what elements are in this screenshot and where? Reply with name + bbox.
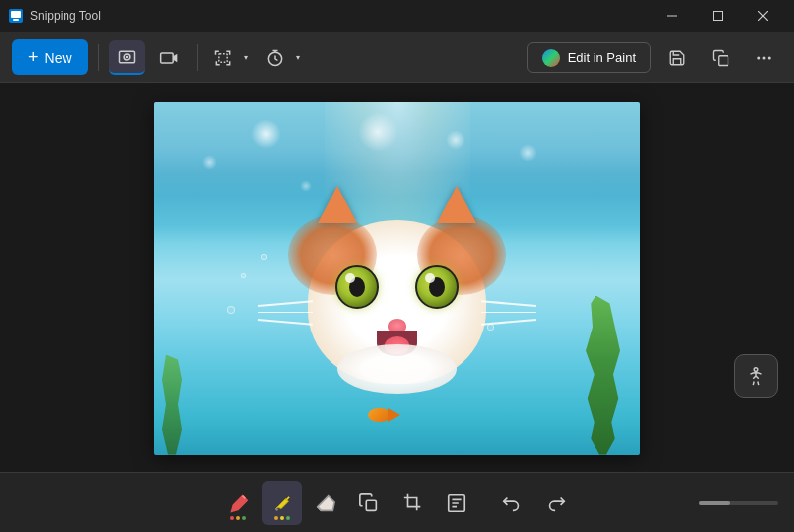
cat-face (308, 220, 486, 384)
paint-icon (542, 49, 560, 66)
toolbar-right: Edit in Paint (527, 40, 782, 75)
window-controls (649, 0, 786, 32)
timer-group[interactable]: ▾ (259, 40, 305, 75)
svg-rect-10 (160, 53, 173, 63)
bubble-1 (227, 306, 235, 314)
app-title: Snipping Tool (30, 9, 101, 23)
sparkle-5 (519, 144, 537, 162)
new-button[interactable]: + New (12, 39, 88, 75)
edit-in-paint-button[interactable]: Edit in Paint (527, 42, 651, 73)
eye-shine-right (425, 273, 435, 283)
maximize-button[interactable] (695, 0, 740, 32)
seaweed (586, 296, 620, 455)
pen-dots (230, 516, 246, 520)
svg-point-16 (768, 56, 771, 59)
cat-paw (337, 344, 457, 394)
plus-icon: + (28, 47, 39, 67)
fish-body (368, 408, 390, 422)
bottom-toolbar (0, 472, 794, 532)
toolbar-separator-1 (98, 44, 99, 71)
highlighter-button[interactable] (262, 481, 302, 525)
copy-button[interactable] (703, 40, 738, 75)
fish (368, 408, 398, 426)
cat-scene (154, 102, 640, 455)
edit-in-paint-label: Edit in Paint (568, 50, 636, 65)
cat-eye-right (415, 265, 459, 309)
svg-point-15 (763, 56, 766, 59)
timer-button[interactable] (259, 40, 291, 75)
screenshot-mode-button[interactable] (109, 40, 145, 75)
region-select-arrow[interactable]: ▾ (239, 40, 253, 75)
main-toolbar: + New ▾ (0, 32, 794, 83)
fish-tail (388, 408, 400, 422)
svg-rect-11 (218, 53, 226, 61)
title-bar: Snipping Tool (0, 0, 794, 32)
progress-bar (699, 501, 778, 505)
text-extract-button[interactable] (437, 481, 476, 525)
crop-button[interactable] (393, 481, 433, 525)
redo-button[interactable] (536, 481, 576, 525)
new-button-label: New (45, 50, 72, 66)
close-button[interactable] (740, 0, 786, 32)
svg-point-9 (125, 55, 128, 58)
whisker-l3 (258, 319, 313, 325)
sparkle-4 (202, 155, 217, 170)
cat-ear-left (318, 186, 357, 223)
bottom-toolbar-right (699, 501, 778, 505)
title-bar-left: Snipping Tool (8, 8, 101, 24)
pen-tool-button[interactable] (218, 481, 258, 525)
main-content (0, 83, 794, 472)
sparkle-6 (300, 180, 312, 192)
save-button[interactable] (659, 40, 695, 75)
video-mode-button[interactable] (151, 40, 187, 75)
svg-rect-18 (366, 500, 376, 510)
region-select-button[interactable] (207, 40, 239, 75)
eye-shine-left (345, 273, 355, 283)
toolbar-separator-2 (197, 44, 198, 71)
svg-point-17 (754, 368, 758, 372)
whisker-r1 (481, 300, 536, 306)
highlighter-dots (274, 516, 290, 520)
more-options-button[interactable] (746, 40, 782, 75)
svg-rect-2 (13, 19, 19, 21)
app-icon (8, 8, 24, 24)
svg-rect-3 (667, 16, 677, 17)
svg-rect-4 (714, 12, 723, 21)
region-select-group[interactable]: ▾ (207, 40, 253, 75)
eraser-button[interactable] (306, 481, 345, 525)
svg-point-14 (757, 56, 760, 59)
bubble-4 (487, 324, 494, 331)
sparkle-2 (446, 130, 465, 150)
whisker-l2 (258, 312, 313, 314)
screenshot-image (154, 102, 640, 455)
cat-ear-right (437, 186, 476, 223)
svg-rect-1 (11, 11, 21, 18)
cat-eye-left (335, 265, 379, 309)
sparkle-3 (358, 112, 398, 152)
copy-region-button[interactable] (349, 481, 389, 525)
whisker-r2 (481, 312, 536, 314)
accessibility-button[interactable] (734, 354, 778, 398)
svg-rect-13 (719, 55, 728, 65)
progress-fill (699, 501, 730, 505)
bubble-2 (241, 273, 246, 278)
timer-arrow[interactable]: ▾ (291, 40, 305, 75)
whisker-l1 (258, 300, 313, 306)
minimize-button[interactable] (649, 0, 695, 32)
seaweed-left (162, 355, 182, 455)
undo-button[interactable] (492, 481, 532, 525)
